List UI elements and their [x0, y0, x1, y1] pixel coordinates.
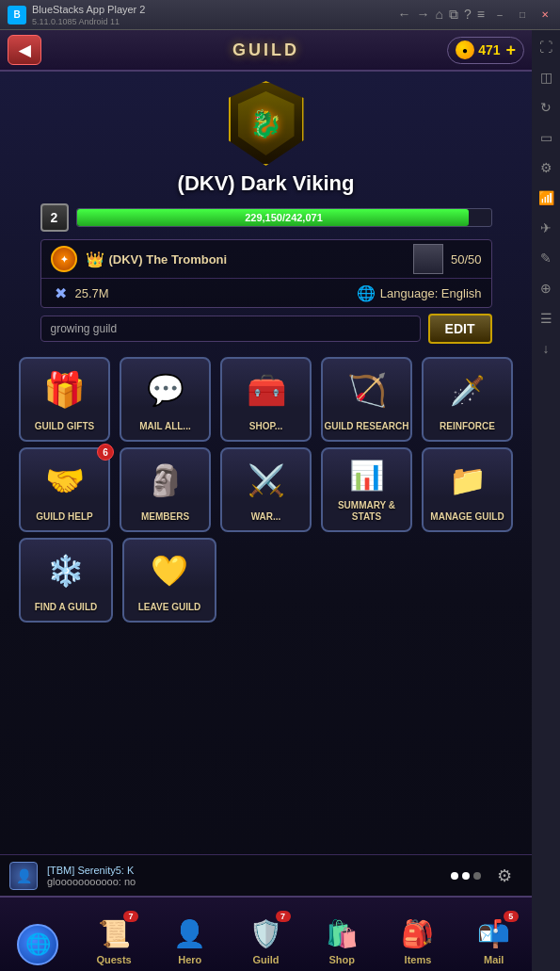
guild-leader-name: (DKV) The Tromboni: [109, 252, 413, 267]
notification-bar[interactable]: 👤 [TBM] Serenity5: K glooooooooooo: no ⚙: [0, 854, 532, 896]
sidebar-signal[interactable]: 📶: [536, 188, 555, 207]
reinforce-button[interactable]: 🗡️ REINFORCE: [422, 357, 513, 442]
members-icon-area: 🗿: [121, 449, 209, 511]
guild-gifts-label: GUILD GIFTS: [35, 421, 94, 432]
info-nav[interactable]: ?: [464, 7, 472, 23]
sidebar-layers[interactable]: ☰: [536, 309, 555, 328]
window-controls: – □ ✕: [492, 8, 552, 23]
back-button[interactable]: ◀: [8, 35, 41, 65]
find-guild-label: FIND A GUILD: [35, 602, 97, 613]
sidebar-screen[interactable]: ▭: [536, 128, 555, 147]
sidebar-edit[interactable]: ✎: [536, 249, 555, 267]
summary-stats-icon-area: 📊: [323, 449, 410, 500]
nav-shop[interactable]: 🛍️ Shop: [304, 898, 380, 971]
bookmark-nav[interactable]: ⧉: [449, 7, 458, 23]
manage-guild-icon-area: 📁: [424, 449, 511, 511]
screen-title: GUILD: [232, 40, 299, 60]
maximize-btn[interactable]: □: [515, 8, 530, 23]
leader-avatar: [413, 244, 443, 274]
minimize-btn[interactable]: –: [492, 8, 507, 23]
nav-items[interactable]: 🎒 Items: [380, 898, 456, 971]
sidebar-fullscreen[interactable]: ⛶: [536, 38, 555, 57]
mail-all-button[interactable]: 💬 MAIL ALL...: [120, 357, 211, 442]
mail-all-label: MAIL ALL...: [139, 421, 190, 432]
guild-research-button[interactable]: 🏹 GUILD RESEARCH: [321, 357, 412, 442]
hero-label: Hero: [178, 954, 201, 965]
shop-icon-area: 🧰: [222, 359, 310, 421]
reinforce-icon-area: 🗡️: [424, 359, 511, 421]
guild-info: ✦ 👑 (DKV) The Tromboni 50/50 ✖ 25.7M 🌐 L…: [40, 239, 492, 308]
guild-members: 50/50: [451, 252, 482, 267]
summary-stats-label: SUMMARY & STATS: [323, 500, 410, 523]
sidebar-location[interactable]: ⊕: [536, 279, 555, 298]
close-btn[interactable]: ✕: [537, 8, 552, 23]
guild-gifts-button[interactable]: 🎁 GUILD GIFTS: [19, 357, 110, 442]
sidebar-settings[interactable]: ⚙: [536, 158, 555, 177]
sidebar-rotate[interactable]: ↻: [536, 98, 555, 117]
nav-mail[interactable]: 📬 5 Mail: [456, 898, 532, 971]
menu-nav[interactable]: ≡: [477, 7, 485, 23]
action-row-3: ❄️ FIND A GUILD 💛 LEAVE GUILD: [19, 538, 513, 623]
edit-button[interactable]: EDIT: [428, 314, 492, 344]
top-bar: ◀ GUILD ● 471 +: [0, 30, 532, 72]
guild-emblem: 🐉: [224, 81, 309, 166]
guild-name: (DKV) Dark Viking: [178, 171, 355, 196]
nav-hero[interactable]: 👤 Hero: [152, 898, 228, 971]
action-grid: 🎁 GUILD GIFTS 💬 MAIL ALL... 🧰 SHOP... 🏹: [0, 349, 532, 630]
items-nav-icon: 🎒: [397, 913, 439, 954]
battle-icon: ✖: [51, 283, 72, 303]
find-guild-button[interactable]: ❄️ FIND A GUILD: [19, 538, 113, 623]
members-label: MEMBERS: [141, 511, 189, 523]
manage-guild-button[interactable]: 📁 MANAGE GUILD: [422, 447, 513, 532]
members-button[interactable]: 🗿 MEMBERS: [120, 447, 211, 532]
game-area: ◀ GUILD ● 471 + 🐉 (DKV) Dark Viking 2 22…: [0, 30, 532, 971]
items-label: Items: [405, 954, 432, 965]
guild-nav-label: Guild: [252, 954, 279, 965]
dot-2: [462, 872, 470, 880]
war-button[interactable]: ⚔️ WAR...: [220, 447, 312, 532]
rank-icon: ✦: [51, 246, 77, 272]
sidebar-camera[interactable]: ◫: [536, 68, 555, 87]
quests-badge: 7: [123, 911, 138, 922]
guild-help-label: GUILD HELP: [36, 511, 93, 523]
right-sidebar: ⛶ ◫ ↻ ▭ ⚙ 📶 ✈ ✎ ⊕ ☰ ↓: [532, 30, 560, 971]
guild-power-row: ✖ 25.7M 🌐 Language: English: [41, 279, 491, 307]
guild-language: Language: English: [380, 286, 482, 300]
home-nav[interactable]: ⌂: [436, 7, 443, 23]
leave-guild-button[interactable]: 💛 LEAVE GUILD: [122, 538, 216, 623]
guild-help-icon-area: 🤝: [21, 449, 108, 511]
world-nav-icon: 🌐: [17, 924, 58, 965]
forward-nav[interactable]: →: [417, 7, 430, 23]
summary-stats-button[interactable]: 📊 SUMMARY & STATS: [321, 447, 412, 532]
war-icon-area: ⚔️: [222, 449, 310, 511]
xp-bar: 229,150/242,071: [76, 208, 492, 227]
title-bar: B BlueStacks App Player 2 5.11.0.1085 An…: [0, 0, 560, 30]
notification-sender: [TBM] Serenity5: K: [47, 865, 134, 876]
mail-all-icon-area: 💬: [121, 359, 209, 421]
find-guild-icon-area: ❄️: [21, 540, 111, 602]
guild-research-icon-area: 🏹: [323, 359, 410, 421]
reinforce-label: REINFORCE: [440, 421, 495, 432]
guild-desc-row: growing guild EDIT: [40, 314, 492, 344]
add-currency-btn[interactable]: +: [505, 40, 516, 60]
xp-container: 2 229,150/242,071: [40, 203, 492, 232]
leave-guild-icon-area: 💛: [124, 540, 215, 602]
sidebar-down[interactable]: ↓: [536, 339, 555, 358]
shop-button[interactable]: 🧰 SHOP...: [220, 357, 312, 442]
globe-icon: 🌐: [356, 283, 376, 303]
level-badge: 2: [40, 203, 69, 232]
currency-button[interactable]: ● 471 +: [447, 37, 524, 64]
nav-quests[interactable]: 📜 7 Quests: [76, 898, 152, 971]
nav-world[interactable]: 🌐: [0, 898, 76, 971]
back-nav[interactable]: ←: [398, 7, 411, 23]
guild-help-button[interactable]: 6 🤝 GUILD HELP: [19, 447, 110, 532]
mail-nav-icon: 📬 5: [473, 913, 515, 954]
settings-icon[interactable]: ⚙: [490, 862, 519, 890]
sidebar-airplane[interactable]: ✈: [536, 218, 555, 237]
dot-3: [473, 872, 481, 880]
action-row-2: 6 🤝 GUILD HELP 🗿 MEMBERS ⚔️ WAR...: [19, 447, 513, 532]
guild-header: 🐉 (DKV) Dark Viking 2 229,150/242,071 ✦ …: [0, 72, 532, 349]
guild-description: growing guild: [40, 316, 421, 342]
nav-guild[interactable]: 🛡️ 7 Guild: [228, 898, 304, 971]
shop-nav-label: Shop: [328, 954, 355, 965]
